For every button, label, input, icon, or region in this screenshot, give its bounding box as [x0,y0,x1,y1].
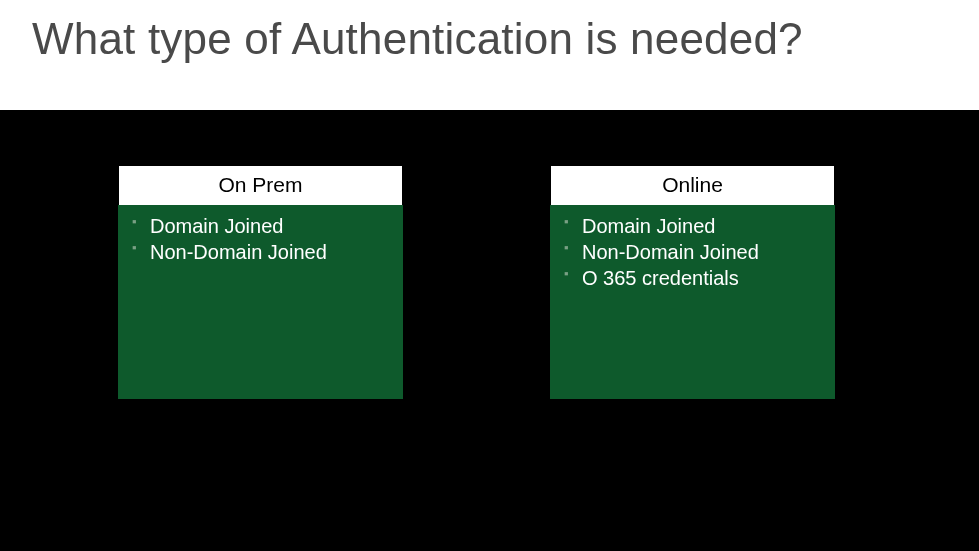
list-item: O 365 credentials [564,265,821,291]
list-item: Non-Domain Joined [132,239,389,265]
card-online-header: Online [550,165,835,205]
card-onprem-list: Domain Joined Non-Domain Joined [132,213,389,265]
card-onprem: On Prem Domain Joined Non-Domain Joined [118,165,403,399]
list-item: Domain Joined [564,213,821,239]
card-onprem-body: Domain Joined Non-Domain Joined [118,205,403,399]
content-area: On Prem Domain Joined Non-Domain Joined … [0,110,979,551]
card-online-body: Domain Joined Non-Domain Joined O 365 cr… [550,205,835,399]
card-online: Online Domain Joined Non-Domain Joined O… [550,165,835,399]
slide-title: What type of Authentication is needed? [32,14,803,64]
card-onprem-header: On Prem [118,165,403,205]
list-item: Domain Joined [132,213,389,239]
list-item: Non-Domain Joined [564,239,821,265]
card-online-list: Domain Joined Non-Domain Joined O 365 cr… [564,213,821,291]
